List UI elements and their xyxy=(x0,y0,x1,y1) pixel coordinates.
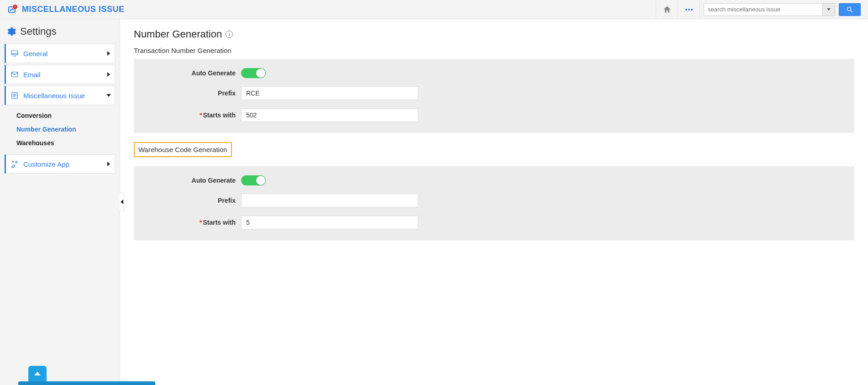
more-menu-button[interactable] xyxy=(678,0,700,19)
chevron-right-icon xyxy=(107,51,110,56)
sidebar-item-label: Email xyxy=(23,71,107,79)
search-area xyxy=(700,0,864,19)
app-title: MISCELLANEOUS ISSUE xyxy=(22,5,125,14)
sidebar-title-text: Settings xyxy=(20,26,57,37)
label-starts-with: *Starts with xyxy=(134,111,241,119)
sidebar-item-label: Customize App xyxy=(23,160,107,168)
sidebar-item-general[interactable]: General xyxy=(5,44,115,63)
bottom-widget xyxy=(18,366,155,385)
form-panel-transaction: Auto Generate Prefix *Starts with xyxy=(134,59,854,133)
chevron-down-icon xyxy=(827,8,831,11)
svg-point-4 xyxy=(688,9,690,11)
svg-point-5 xyxy=(691,9,693,11)
label-prefix: Prefix xyxy=(134,90,241,97)
bottom-widget-bar xyxy=(18,381,155,385)
input-starts-with-transaction[interactable] xyxy=(241,108,418,122)
input-prefix-warehouse[interactable] xyxy=(241,194,418,207)
svg-line-7 xyxy=(851,11,852,12)
svg-rect-8 xyxy=(11,51,18,55)
sidebar-item-miscellaneous-issue[interactable]: Miscellaneous Issue xyxy=(5,86,115,105)
form-panel-warehouse: Auto Generate Prefix *Starts with xyxy=(134,166,854,240)
home-icon xyxy=(663,5,672,14)
sidebar-collapse-handle[interactable] xyxy=(120,193,124,211)
svg-point-3 xyxy=(685,9,687,11)
chevron-left-icon xyxy=(121,200,123,204)
label-auto-generate: Auto Generate xyxy=(134,177,241,184)
input-prefix-transaction[interactable] xyxy=(241,86,418,100)
sidebar-item-label: Miscellaneous Issue xyxy=(23,92,107,100)
sidebar-sub-number-generation[interactable]: Number Generation xyxy=(16,122,115,136)
search-icon xyxy=(846,6,853,13)
info-icon[interactable]: i xyxy=(226,31,233,38)
gear-icon xyxy=(6,26,16,37)
label-prefix: Prefix xyxy=(134,197,241,204)
chevron-down-icon xyxy=(106,94,111,97)
chevron-up-icon xyxy=(34,372,41,375)
section-heading-transaction: Transaction Number Generation xyxy=(134,47,854,54)
tools-icon xyxy=(11,160,19,168)
content-area: Number Generation i Transaction Number G… xyxy=(120,19,868,385)
search-button[interactable] xyxy=(839,3,861,16)
label-starts-with-text: Starts with xyxy=(203,111,236,119)
envelope-icon xyxy=(11,70,19,79)
sidebar-item-email[interactable]: Email xyxy=(5,65,115,84)
label-starts-with: *Starts with xyxy=(134,219,241,226)
sidebar-sub-warehouses[interactable]: Warehouses xyxy=(16,136,115,150)
toggle-auto-generate-transaction[interactable] xyxy=(241,68,266,78)
sidebar-sub-conversion[interactable]: Conversion xyxy=(16,109,115,122)
sidebar: Settings General Email Miscellaneous Iss… xyxy=(0,19,120,385)
label-auto-generate: Auto Generate xyxy=(134,69,241,77)
chevron-right-icon xyxy=(107,72,110,77)
sidebar-item-customize-app[interactable]: Customize App xyxy=(5,154,115,174)
search-dropdown[interactable] xyxy=(822,3,835,16)
top-bar: ! MISCELLANEOUS ISSUE xyxy=(0,0,868,19)
monitor-icon xyxy=(11,49,19,58)
svg-point-6 xyxy=(847,7,851,11)
sidebar-item-label: General xyxy=(23,50,107,58)
more-icon xyxy=(684,4,694,15)
bottom-widget-toggle[interactable] xyxy=(28,366,47,381)
home-button[interactable] xyxy=(656,0,678,19)
section-heading-warehouse: Warehouse Code Generation xyxy=(134,142,232,157)
page-title-text: Number Generation xyxy=(134,28,222,40)
sidebar-title: Settings xyxy=(5,26,115,37)
app-icon: ! xyxy=(7,4,18,15)
svg-text:!: ! xyxy=(15,5,16,8)
chevron-right-icon xyxy=(107,162,110,166)
toggle-auto-generate-warehouse[interactable] xyxy=(241,175,266,185)
form-icon xyxy=(11,91,19,100)
search-input[interactable] xyxy=(704,3,822,16)
label-starts-with-text: Starts with xyxy=(203,219,236,226)
input-starts-with-warehouse[interactable] xyxy=(241,216,418,229)
sidebar-submenu: Conversion Number Generation Warehouses xyxy=(5,106,115,153)
page-title: Number Generation i xyxy=(134,28,854,40)
